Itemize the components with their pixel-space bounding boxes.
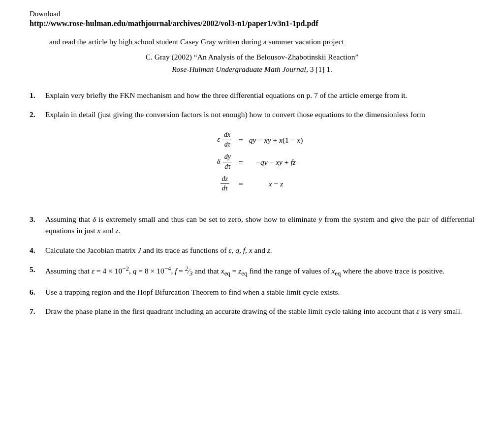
equations-table: ε dx dτ = qy − xy + x(1 − x) xyxy=(214,129,306,195)
problem-4-number: 4. xyxy=(30,244,43,256)
problem-3: 3. Assuming that δ is extremely small an… xyxy=(30,213,474,237)
problem-4-text: Calculate the Jacobian matrix J and its … xyxy=(45,244,474,256)
citation-block: C. Gray (2002) “An Analysis of the Belou… xyxy=(30,51,474,76)
eq3-equals: = xyxy=(236,173,246,195)
problem-1-number: 1. xyxy=(30,90,43,101)
eq1-lhs: ε dx dτ xyxy=(214,129,236,151)
problem-3-text: Assuming that δ is extremely small and t… xyxy=(45,213,474,237)
eq1-equals: = xyxy=(236,129,246,151)
eq3-lhs: dz dτ xyxy=(214,173,236,195)
eq3-rhs: x − z xyxy=(246,173,306,195)
problem-6-number: 6. xyxy=(30,286,43,298)
problem-2: 2. Explain in detail (just giving the co… xyxy=(30,109,474,206)
download-label: Download xyxy=(30,10,474,18)
frac-dz-dtau: dz dτ xyxy=(220,175,229,193)
citation-line1: C. Gray (2002) “An Analysis of the Belou… xyxy=(30,51,474,63)
frac-dy-dtau: dy dτ xyxy=(223,153,232,171)
problem-3-number: 3. xyxy=(30,213,43,225)
problem-7-text: Draw the phase plane in the first quadra… xyxy=(45,305,474,317)
eq2-lhs: δ dy dτ xyxy=(214,151,236,173)
citation-journal: Rose-Hulman Undergraduate Math Journal, xyxy=(172,65,308,73)
download-url[interactable]: http://www.rose-hulman.edu/mathjournal/a… xyxy=(30,19,474,28)
problem-1-text: Explain very briefly the FKN mechanism a… xyxy=(45,90,474,101)
problem-6-text: Use a trapping region and the Hopf Bifur… xyxy=(45,286,474,298)
problems-list: 1. Explain very briefly the FKN mechanis… xyxy=(30,90,474,317)
citation-volume: 3 [1] 1. xyxy=(308,65,332,73)
problem-4: 4. Calculate the Jacobian matrix J and i… xyxy=(30,244,474,256)
problem-2-number: 2. xyxy=(30,109,43,120)
frac-dx-dtau: dx dτ xyxy=(222,131,232,149)
eq-row-3: dz dτ = x − z xyxy=(214,173,306,195)
problem-7: 7. Draw the phase plane in the first qua… xyxy=(30,305,474,317)
eq2-rhs: −qy − xy + fz xyxy=(246,151,306,173)
citation-line2: Rose-Hulman Undergraduate Math Journal, … xyxy=(30,63,474,76)
eq-row-2: δ dy dτ = −qy − xy + fz xyxy=(214,151,306,173)
eq1-rhs: qy − xy + x(1 − x) xyxy=(246,129,306,151)
problem-2-text: Explain in detail (just giving the conve… xyxy=(45,109,474,206)
eq2-equals: = xyxy=(236,151,246,173)
problem-6: 6. Use a trapping region and the Hopf Bi… xyxy=(30,286,474,298)
problem-7-number: 7. xyxy=(30,305,43,317)
problem-5: 5. Assuming that ε = 4 × 10−2, q = 8 × 1… xyxy=(30,264,474,278)
problem-1: 1. Explain very briefly the FKN mechanis… xyxy=(30,90,474,101)
problem-5-number: 5. xyxy=(30,264,43,275)
intro-paragraph: and read the article by high school stud… xyxy=(49,36,474,47)
problem-5-text: Assuming that ε = 4 × 10−2, q = 8 × 10−4… xyxy=(45,264,474,278)
eq-row-1: ε dx dτ = qy − xy + x(1 − x) xyxy=(214,129,306,151)
equations-block: ε dx dτ = qy − xy + x(1 − x) xyxy=(45,129,474,195)
